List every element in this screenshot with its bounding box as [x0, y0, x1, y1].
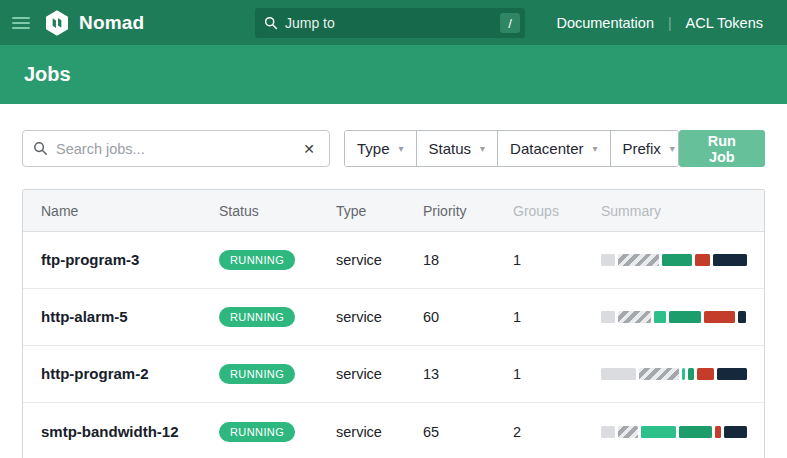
chevron-down-icon: ▾ [399, 143, 404, 154]
menu-icon[interactable] [12, 17, 30, 29]
filter-dropdown-status[interactable]: Status▾ [417, 131, 499, 166]
job-type: service [336, 366, 382, 382]
column-header-status[interactable]: Status [219, 203, 336, 219]
summary-segment-running [682, 368, 685, 380]
allocation-summary-bar [601, 254, 747, 266]
job-name[interactable]: http-alarm-5 [41, 308, 128, 325]
nomad-logo-icon [44, 10, 70, 36]
summary-segment-failed [704, 311, 735, 323]
summary-segment-starting [618, 311, 651, 323]
filter-label: Prefix [623, 140, 661, 157]
table-row[interactable]: ftp-program-3RUNNINGservice181 [23, 232, 764, 289]
summary-segment-complete [688, 368, 694, 380]
summary-segment-lost [724, 426, 747, 438]
summary-segment-running [641, 426, 677, 438]
allocation-summary-bar [601, 426, 747, 438]
job-type: service [336, 309, 382, 325]
job-priority: 13 [423, 366, 439, 382]
jump-to-placeholder: Jump to [285, 15, 500, 31]
job-groups: 1 [513, 309, 521, 325]
summary-segment-starting [618, 254, 659, 266]
table-body: ftp-program-3RUNNINGservice181http-alarm… [23, 232, 764, 458]
table-row[interactable]: http-alarm-5RUNNINGservice601 [23, 289, 764, 346]
allocation-summary-bar [601, 311, 747, 323]
summary-segment-lost [738, 311, 746, 323]
search-icon [33, 141, 48, 156]
page-header: Jobs [0, 45, 787, 104]
search-jobs-box: ✕ [22, 130, 330, 167]
column-header-summary: Summary [601, 203, 764, 219]
job-groups: 1 [513, 252, 521, 268]
job-type: service [336, 424, 382, 440]
allocation-summary-bar [601, 368, 747, 380]
summary-segment-starting [618, 426, 638, 438]
job-type: service [336, 252, 382, 268]
summary-segment-lost [713, 254, 747, 266]
status-badge: RUNNING [219, 250, 295, 270]
job-groups: 2 [513, 424, 521, 440]
shortcut-key-badge: / [500, 13, 520, 33]
chevron-down-icon: ▾ [480, 143, 485, 154]
summary-segment-complete [669, 311, 701, 323]
acl-tokens-link[interactable]: ACL Tokens [686, 15, 763, 31]
jobs-toolbar: ✕ Type▾Status▾Datacenter▾Prefix▾ Run Job [22, 130, 765, 167]
column-header-groups: Groups [513, 203, 601, 219]
jobs-table: NameStatusTypePriorityGroupsSummary ftp-… [22, 189, 765, 458]
page-title: Jobs [24, 63, 71, 86]
filter-dropdown-prefix[interactable]: Prefix▾ [611, 131, 679, 166]
column-header-priority[interactable]: Priority [423, 203, 513, 219]
table-header-row: NameStatusTypePriorityGroupsSummary [23, 190, 764, 232]
filter-label: Type [357, 140, 390, 157]
table-row[interactable]: smtp-bandwidth-12RUNNINGservice652 [23, 403, 764, 458]
summary-segment-starting [639, 368, 678, 380]
search-icon [264, 16, 278, 30]
chevron-down-icon: ▾ [592, 143, 597, 154]
summary-segment-queued [601, 368, 636, 380]
summary-segment-failed [697, 368, 715, 380]
jump-to-search[interactable]: Jump to / [255, 8, 525, 38]
status-badge: RUNNING [219, 364, 295, 384]
top-navbar: Nomad Jump to / Documentation | ACL Toke… [0, 0, 787, 45]
job-name[interactable]: ftp-program-3 [41, 251, 139, 268]
table-row[interactable]: http-program-2RUNNINGservice131 [23, 346, 764, 403]
job-priority: 60 [423, 309, 439, 325]
job-name[interactable]: smtp-bandwidth-12 [41, 423, 179, 440]
links-divider: | [668, 15, 672, 31]
filter-label: Datacenter [510, 140, 583, 157]
summary-segment-running [654, 311, 666, 323]
summary-segment-queued [601, 254, 615, 266]
brand-title: Nomad [79, 12, 144, 34]
main-content: ✕ Type▾Status▾Datacenter▾Prefix▾ Run Job… [0, 104, 787, 458]
job-priority: 18 [423, 252, 439, 268]
filter-label: Status [429, 140, 472, 157]
status-badge: RUNNING [219, 422, 295, 442]
column-header-name[interactable]: Name [23, 203, 219, 219]
navbar-links: Documentation | ACL Tokens [556, 15, 763, 31]
summary-segment-queued [601, 311, 615, 323]
chevron-down-icon: ▾ [670, 143, 675, 154]
job-groups: 1 [513, 366, 521, 382]
status-badge: RUNNING [219, 307, 295, 327]
filter-dropdown-type[interactable]: Type▾ [345, 131, 417, 166]
filter-group: Type▾Status▾Datacenter▾Prefix▾ [344, 130, 679, 167]
search-jobs-input[interactable] [56, 141, 299, 157]
summary-segment-failed [695, 254, 710, 266]
summary-segment-lost [717, 368, 747, 380]
summary-segment-complete [679, 426, 712, 438]
summary-segment-complete [662, 254, 692, 266]
job-priority: 65 [423, 424, 439, 440]
job-name[interactable]: http-program-2 [41, 365, 149, 382]
filter-dropdown-datacenter[interactable]: Datacenter▾ [498, 131, 610, 166]
clear-search-icon[interactable]: ✕ [299, 139, 319, 159]
summary-segment-failed [715, 426, 721, 438]
summary-segment-queued [601, 426, 615, 438]
column-header-type[interactable]: Type [336, 203, 423, 219]
documentation-link[interactable]: Documentation [556, 15, 654, 31]
run-job-button[interactable]: Run Job [679, 130, 765, 167]
